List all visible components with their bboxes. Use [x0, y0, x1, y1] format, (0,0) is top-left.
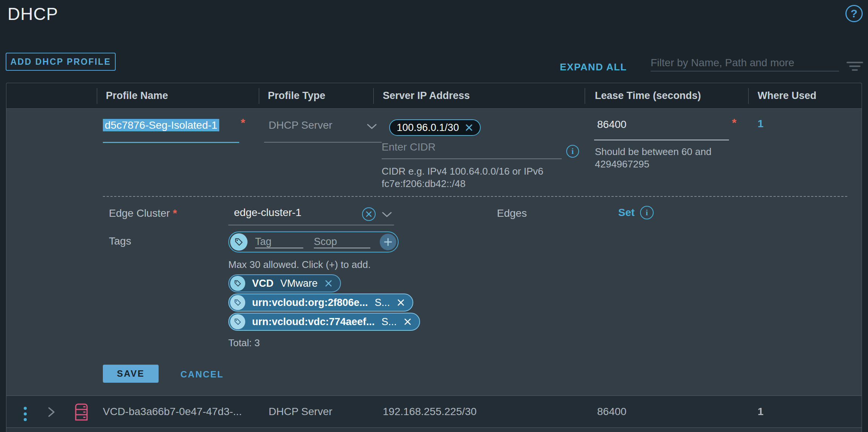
info-icon[interactable]: i: [566, 145, 579, 158]
tag-chip-name: urn:vcloud:vdc:774aeef...: [252, 316, 375, 328]
filter-input[interactable]: [651, 55, 839, 71]
column-header-profile-name[interactable]: Profile Name: [106, 83, 168, 108]
tag-chip-name: VCD: [252, 278, 274, 289]
tag-icon: [230, 233, 248, 251]
column-header-server-ip[interactable]: Server IP Address: [383, 83, 470, 108]
filter-icon[interactable]: [846, 59, 863, 71]
edge-cluster-label: Edge Cluster *: [109, 207, 177, 219]
lease-time-underline: [594, 140, 729, 140]
row-profile-name[interactable]: VCD-ba3a66b7-0e47-47d3-...: [103, 396, 242, 427]
lease-time-required-marker: *: [732, 116, 737, 129]
tags-total: Total: 3: [228, 337, 260, 349]
chevron-right-icon[interactable]: [46, 406, 56, 418]
table-header-row: Profile Name Profile Type Server IP Addr…: [6, 83, 862, 109]
table-row[interactable]: VCD-ba3a66b7-0e47-47d3-... DHCP Server 1…: [6, 395, 862, 428]
kebab-menu-icon[interactable]: [24, 404, 27, 424]
page-title: DHCP: [8, 4, 58, 24]
row-lease-time: 86400: [597, 396, 627, 427]
expand-all-link[interactable]: EXPAND ALL: [560, 61, 627, 73]
tag-icon: [230, 276, 245, 291]
tag-entry-pill: [228, 231, 399, 253]
cidr-chip[interactable]: 100.96.0.1/30: [389, 119, 481, 136]
edit-profile-form: d5c7876-Seg-Isolated-1 * DHCP Server 100…: [6, 109, 862, 395]
tag-chip-scope: VMware: [280, 278, 318, 289]
plus-icon: [384, 237, 393, 246]
cidr-chip-value: 100.96.0.1/30: [397, 122, 459, 134]
profile-type-select[interactable]: DHCP Server: [269, 119, 332, 131]
profile-name-input[interactable]: d5c7876-Seg-Isolated-1: [103, 119, 219, 131]
tag-scope-input[interactable]: [314, 236, 370, 248]
add-dhcp-profile-button[interactable]: ADD DHCP PROFILE: [6, 53, 116, 71]
profile-name-value: d5c7876-Seg-Isolated-1: [103, 119, 219, 131]
help-icon[interactable]: ?: [845, 5, 863, 22]
column-separator: [97, 88, 97, 104]
tag-icon: [230, 314, 245, 329]
save-button[interactable]: SAVE: [103, 365, 159, 383]
edges-set-link[interactable]: Set: [618, 207, 635, 219]
edge-cluster-select[interactable]: edge-cluster-1: [234, 207, 301, 219]
tag-name-input[interactable]: [255, 236, 303, 248]
row-profile-type: DHCP Server: [269, 396, 332, 427]
edge-cluster-required-marker: *: [173, 207, 177, 219]
enter-cidr-input[interactable]: Enter CIDR: [382, 141, 436, 153]
tag-chip: urn:vcloud:org:2f806e... S...: [228, 294, 413, 312]
column-header-where-used[interactable]: Where Used: [758, 83, 816, 108]
close-icon[interactable]: [403, 318, 412, 326]
add-tag-button[interactable]: [380, 234, 396, 250]
row-where-used-link[interactable]: 1: [758, 396, 764, 427]
dhcp-profiles-table: Profile Name Profile Type Server IP Addr…: [6, 83, 862, 432]
tag-chip-scope: S...: [382, 316, 397, 328]
info-icon[interactable]: i: [640, 206, 654, 219]
cancel-button[interactable]: CANCEL: [180, 369, 224, 380]
cidr-helper-text: CIDR e.g. IPv4 100.64.0.0/16 or IPv6 fc7…: [382, 165, 600, 190]
column-separator: [259, 88, 259, 104]
tag-icon: [230, 295, 245, 310]
chevron-down-icon[interactable]: [382, 211, 392, 218]
close-icon[interactable]: [465, 123, 473, 132]
profile-type-underline: [264, 142, 382, 143]
profile-name-required-marker: *: [241, 116, 245, 129]
clear-selection-icon[interactable]: [362, 207, 376, 221]
tag-chip: VCD VMware: [228, 274, 341, 292]
dhcp-server-icon: [73, 403, 89, 421]
lease-time-input[interactable]: 86400: [597, 119, 627, 131]
next-row-edge: [6, 428, 862, 432]
column-separator: [373, 88, 374, 104]
tags-label: Tags: [109, 235, 131, 247]
dhcp-page: DHCP ? ADD DHCP PROFILE EXPAND ALL Profi…: [0, 0, 868, 432]
where-used-link[interactable]: 1: [758, 118, 764, 130]
close-icon[interactable]: [324, 279, 333, 287]
edge-cluster-underline: [228, 225, 394, 225]
tags-helper-text: Max 30 allowed. Click (+) to add.: [228, 259, 371, 271]
cidr-input-underline: [382, 158, 562, 159]
tag-chip-name: urn:vcloud:org:2f806e...: [252, 297, 368, 309]
profile-name-underline: [103, 142, 239, 143]
edges-label: Edges: [497, 207, 527, 219]
chevron-down-icon[interactable]: [367, 123, 377, 130]
column-separator: [748, 88, 749, 104]
close-icon[interactable]: [397, 298, 405, 307]
lease-time-helper: Should be between 60 and 4294967295: [595, 146, 727, 170]
column-header-profile-type[interactable]: Profile Type: [268, 83, 326, 108]
column-separator: [585, 88, 585, 104]
tag-chip-scope: S...: [375, 297, 390, 309]
row-server-ip: 192.168.255.225/30: [383, 396, 477, 427]
form-section-divider: [103, 196, 847, 197]
tag-chip: urn:vcloud:vdc:774aeef... S...: [228, 313, 420, 331]
column-header-lease-time[interactable]: Lease Time (seconds): [595, 83, 701, 108]
